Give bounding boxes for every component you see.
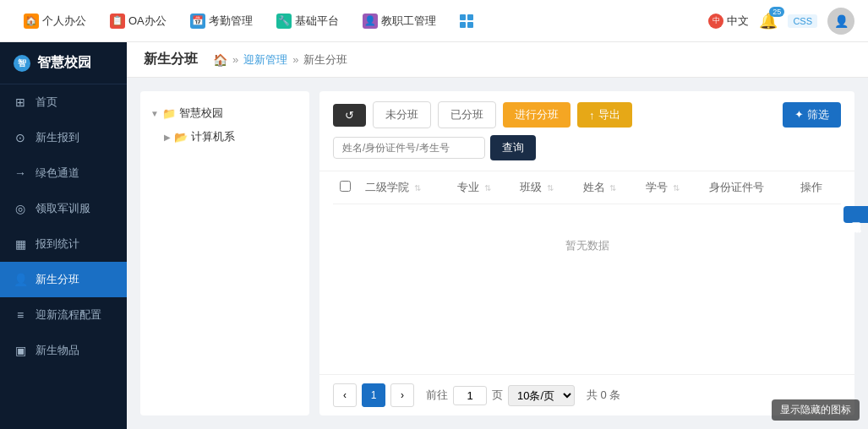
bottom-hint: 显示隐藏的图标 (772, 399, 860, 421)
filter-button[interactable]: ✦ 筛选 (783, 102, 841, 128)
top-nav-left: 🏠 个人办公 📋 OA办公 📅 考勤管理 🔧 基础平台 👤 教职工管理 (14, 8, 483, 34)
sort-major-icon[interactable]: ⇅ (484, 183, 491, 193)
breadcrumb-link-yingxin[interactable]: 迎新管理 (243, 52, 287, 68)
page-input[interactable] (453, 386, 487, 405)
breadcrumb-home-icon[interactable]: 🏠 (213, 53, 227, 67)
toolbar: ↺ 未分班 已分班 进行分班 ↑ 导出 ✦ 筛选 查询 (319, 91, 854, 171)
prev-page-button[interactable]: ‹ (333, 383, 357, 407)
page-title: 新生分班 (144, 51, 198, 68)
nav-attendance-label: 考勤管理 (209, 14, 253, 29)
nav-base[interactable]: 🔧 基础平台 (266, 8, 349, 34)
sidebar-item-military[interactable]: ◎ 领取军训服 (0, 191, 127, 226)
th-checkbox (333, 171, 358, 204)
bottom-hint-text: 显示隐藏的图标 (780, 404, 851, 415)
th-class: 班级 ⇅ (513, 171, 576, 204)
page-1-button[interactable]: 1 (362, 383, 385, 407)
main-wrap: 智 智慧校园 ⊞ 首页 ⊙ 新生报到 → 绿色通道 ◎ 领取军训服 ▦ 报到统计 (0, 42, 868, 429)
assigned-button[interactable]: 已分班 (438, 101, 496, 128)
right-edge-tab[interactable]: 显示隐藏的图标 (843, 206, 868, 223)
goods-icon: ▣ (14, 344, 27, 357)
sort-class-icon[interactable]: ⇅ (547, 183, 554, 193)
search-group: 查询 (333, 135, 536, 160)
lang-button[interactable]: 中 中文 (708, 14, 749, 29)
sidebar-item-label: 新生报到 (35, 130, 79, 145)
top-nav-right: 中 中文 🔔 25 CSS 👤 (708, 8, 854, 35)
next-page-button[interactable]: › (390, 383, 414, 407)
sidebar-item-label: 报到统计 (35, 236, 79, 252)
sidebar-item-new-student[interactable]: ⊙ 新生报到 (0, 120, 127, 155)
th-major: 专业 ⇅ (450, 171, 513, 204)
home-icon: ⊞ (14, 95, 27, 109)
tree-item-root[interactable]: ▼ 📁 智慧校园 (150, 101, 299, 125)
breadcrumb-sep1: » (232, 53, 238, 66)
avatar-icon: 👤 (834, 14, 849, 28)
sidebar-item-goods[interactable]: ▣ 新生物品 (0, 333, 127, 368)
app-title: 智慧校园 (37, 54, 91, 72)
lang-dot-icon: 中 (708, 14, 723, 29)
flow-icon: ≡ (14, 308, 27, 322)
tree-folder-icon: 📁 (162, 107, 176, 120)
tree-item-cs[interactable]: ▶ 📂 计算机系 (150, 125, 299, 149)
nav-base-label: 基础平台 (295, 14, 339, 29)
export-label: 导出 (598, 107, 620, 122)
nav-hr[interactable]: 👤 教职工管理 (352, 8, 446, 34)
nav-attendance[interactable]: 📅 考勤管理 (180, 8, 263, 34)
breadcrumb-bar: 新生分班 🏠 » 迎新管理 » 新生分班 (127, 42, 868, 78)
breadcrumb-current: 新生分班 (303, 52, 347, 68)
sidebar-item-flow[interactable]: ≡ 迎新流程配置 (0, 297, 127, 333)
sort-college-icon[interactable]: ⇅ (414, 183, 421, 193)
nav-apps[interactable] (450, 9, 483, 33)
table-header-row: 二级学院 ⇅ 专业 ⇅ 班级 ⇅ (333, 171, 841, 204)
query-button[interactable]: 查询 (490, 135, 536, 160)
tree-subfolder-icon: 📂 (174, 131, 188, 144)
nav-personal[interactable]: 🏠 个人办公 (14, 8, 96, 34)
breadcrumb-sep2: » (292, 53, 298, 66)
sidebar-menu: ⊞ 首页 ⊙ 新生报到 → 绿色通道 ◎ 领取军训服 ▦ 报到统计 👤 新生分班 (0, 84, 127, 429)
sort-name-icon[interactable]: ⇅ (609, 183, 616, 193)
personal-icon: 🏠 (24, 14, 39, 29)
new-student-icon: ⊙ (14, 131, 27, 144)
sort-studentid-icon[interactable]: ⇅ (673, 183, 680, 193)
th-student-id: 学号 ⇅ (639, 171, 701, 204)
military-icon: ◎ (14, 202, 27, 215)
export-button[interactable]: ↑ 导出 (577, 102, 632, 128)
th-id-card: 身份证件号 (702, 171, 794, 204)
top-nav: 🏠 个人办公 📋 OA办公 📅 考勤管理 🔧 基础平台 👤 教职工管理 中 中文 (0, 0, 868, 42)
nav-oa[interactable]: 📋 OA办公 (100, 8, 177, 34)
main-panel: ↺ 未分班 已分班 进行分班 ↑ 导出 ✦ 筛选 查询 (319, 91, 854, 415)
inner-wrap: ▼ 📁 智慧校园 ▶ 📂 计算机系 ↺ 未分班 已分班 进行分班 (127, 78, 868, 429)
unassigned-button[interactable]: 未分班 (373, 101, 431, 128)
th-name: 姓名 ⇅ (576, 171, 639, 204)
sidebar-item-green-channel[interactable]: → 绿色通道 (0, 155, 127, 191)
search-input[interactable] (333, 137, 485, 159)
css-tag: CSS (788, 14, 817, 28)
tree-arrow-icon: ▼ (150, 109, 159, 118)
page-unit: 页 (492, 388, 503, 403)
sidebar: 智 智慧校园 ⊞ 首页 ⊙ 新生报到 → 绿色通道 ◎ 领取军训服 ▦ 报到统计 (0, 42, 127, 429)
nav-oa-label: OA办公 (128, 14, 167, 29)
no-data-cell: 暂无数据 (333, 204, 841, 288)
sidebar-item-home[interactable]: ⊞ 首页 (0, 84, 127, 120)
nav-personal-label: 个人办公 (42, 14, 86, 29)
sidebar-item-class[interactable]: 👤 新生分班 (0, 262, 127, 297)
sidebar-item-stats[interactable]: ▦ 报到统计 (0, 226, 127, 262)
hr-icon: 👤 (363, 14, 378, 29)
sidebar-item-label: 领取军训服 (35, 201, 90, 216)
page-size-select[interactable]: 10条/页 (508, 385, 575, 406)
sidebar-item-label: 绿色通道 (35, 166, 79, 181)
notification-bell[interactable]: 🔔 25 (759, 12, 778, 30)
class-icon: 👤 (14, 273, 27, 286)
refresh-button[interactable]: ↺ (333, 104, 366, 127)
bell-badge: 25 (769, 7, 784, 17)
tree-item-label: 智慧校园 (179, 106, 223, 121)
oa-icon: 📋 (110, 14, 125, 29)
in-progress-button[interactable]: 进行分班 (503, 102, 570, 128)
user-avatar[interactable]: 👤 (827, 8, 854, 35)
data-table: 二级学院 ⇅ 专业 ⇅ 班级 ⇅ (333, 171, 841, 287)
tree-panel: ▼ 📁 智慧校园 ▶ 📂 计算机系 (140, 91, 309, 415)
th-action: 操作 (794, 171, 841, 204)
tree-arrow-sub-icon: ▶ (164, 133, 171, 142)
table-wrap: 二级学院 ⇅ 专业 ⇅ 班级 ⇅ (319, 171, 854, 374)
select-all-checkbox[interactable] (340, 181, 351, 192)
no-data-row: 暂无数据 (333, 204, 841, 288)
